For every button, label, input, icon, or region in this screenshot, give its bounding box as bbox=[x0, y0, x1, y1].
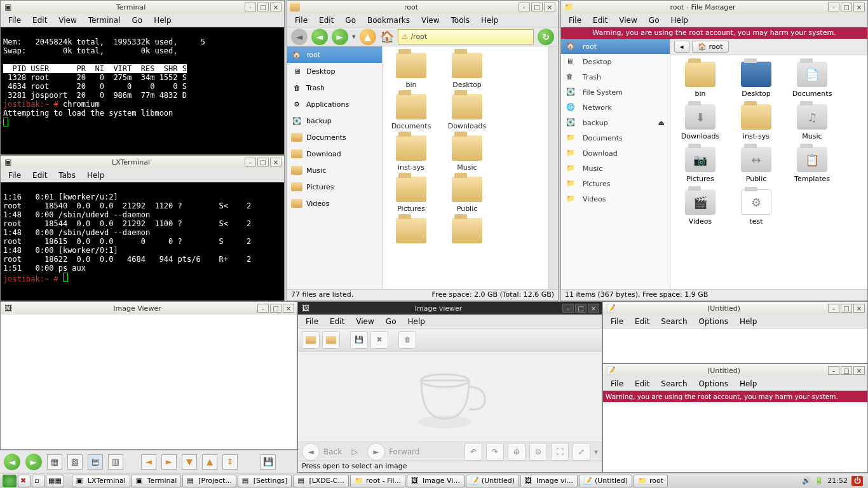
open-button[interactable] bbox=[302, 331, 320, 349]
delete-button[interactable]: 🗑 bbox=[398, 331, 416, 349]
menu-edit[interactable]: Edit bbox=[314, 15, 339, 26]
close-button[interactable]: × bbox=[853, 304, 865, 313]
arrow-right-icon[interactable]: ► bbox=[161, 454, 177, 470]
sidebar-item-applications[interactable]: ⚙Applications bbox=[287, 96, 382, 112]
folder-documents[interactable]: Documents bbox=[389, 94, 433, 130]
menu-help[interactable]: Help bbox=[665, 15, 693, 26]
sidebar-item-root[interactable]: 🏠root bbox=[561, 39, 670, 54]
sidebar-item-music[interactable]: 📁Music bbox=[561, 161, 670, 176]
menu-file[interactable]: File bbox=[301, 316, 323, 327]
menu-search[interactable]: Search bbox=[656, 378, 692, 390]
tool-button[interactable]: ▤ bbox=[88, 454, 103, 470]
item-documents[interactable]: 📄Documents bbox=[789, 62, 836, 98]
titlebar[interactable]: ▣ LXTerminal – □ × bbox=[1, 156, 284, 168]
minimize-button[interactable]: – bbox=[828, 366, 839, 375]
fullscreen-button[interactable]: ⤢ bbox=[573, 443, 590, 461]
editor-textarea[interactable] bbox=[603, 402, 867, 472]
zoom-out-button[interactable]: ⊖ bbox=[529, 443, 547, 461]
menu-help[interactable]: Help bbox=[402, 316, 430, 327]
minimize-button[interactable]: – bbox=[519, 3, 530, 11]
chevron-down-icon[interactable]: ▾ bbox=[352, 32, 356, 41]
close-button[interactable]: × bbox=[853, 3, 865, 11]
sidebar-item-documents[interactable]: 📁Documents bbox=[561, 130, 670, 146]
titlebar[interactable]: 🖼 Image viewer – □ × bbox=[298, 302, 602, 315]
minimize-button[interactable]: – bbox=[828, 304, 839, 313]
sidebar-item-trash[interactable]: 🗑Trash bbox=[561, 69, 670, 85]
menu-bookmarks[interactable]: Bookmarks bbox=[362, 15, 415, 26]
icon-view[interactable]: binDesktop📄Documents⬇Downloadsinst-sys♫M… bbox=[670, 55, 867, 289]
menu-file[interactable]: File bbox=[290, 15, 313, 26]
sidebar-item-file-system[interactable]: 💽File System bbox=[561, 85, 670, 100]
folder-bin[interactable]: bin bbox=[389, 53, 433, 89]
menu-options[interactable]: Options bbox=[694, 316, 733, 327]
menu-file[interactable]: File bbox=[606, 378, 628, 390]
close-button[interactable]: × bbox=[544, 3, 555, 11]
item-downloads[interactable]: ⬇Downloads bbox=[677, 104, 724, 140]
menu-go[interactable]: Go bbox=[340, 15, 361, 26]
taskbar-item[interactable]: 🖼Image vi... bbox=[520, 475, 578, 487]
menu-file[interactable]: File bbox=[3, 170, 26, 181]
up-button[interactable]: ▲ bbox=[360, 29, 376, 45]
nav-back-button[interactable]: ◄ bbox=[4, 454, 20, 470]
play-button[interactable]: ▷ bbox=[346, 443, 363, 461]
sidebar-item-backup[interactable]: 💽backup⏏ bbox=[561, 115, 670, 130]
menu-file[interactable]: File bbox=[564, 15, 587, 26]
back-button[interactable]: ◄ bbox=[291, 29, 308, 45]
menu-edit[interactable]: Edit bbox=[630, 316, 654, 327]
menu-go[interactable]: Go bbox=[644, 15, 665, 26]
taskbar-item[interactable]: ▣LXTerminal bbox=[72, 475, 130, 487]
icon-view[interactable]: binDesktopDocumentsDownloadsinst-sysMusi… bbox=[383, 46, 548, 289]
menu-edit[interactable]: Edit bbox=[27, 170, 52, 181]
sidebar-item-videos[interactable]: Videos bbox=[287, 195, 382, 212]
menu-go[interactable]: Go bbox=[381, 316, 402, 327]
minimize-button[interactable]: – bbox=[828, 3, 839, 11]
taskbar-item[interactable]: 📝(Untitled) bbox=[466, 475, 519, 487]
tray-icon[interactable]: 🔊 bbox=[802, 477, 811, 485]
show-desktop-button[interactable]: ▫ bbox=[32, 475, 44, 487]
folder-item[interactable] bbox=[389, 218, 433, 246]
titlebar[interactable]: 📝 (Untitled) – □ × bbox=[603, 364, 867, 377]
sidebar-item-documents[interactable]: Documents bbox=[287, 129, 382, 146]
item-inst-sys[interactable]: inst-sys bbox=[733, 104, 780, 140]
close-button[interactable]: × bbox=[853, 366, 865, 375]
forward2-button[interactable]: ► bbox=[332, 29, 348, 45]
taskbar-item[interactable]: 🖼Image Vi... bbox=[407, 475, 465, 487]
folder-music[interactable]: Music bbox=[445, 135, 489, 172]
menu-help[interactable]: Help bbox=[735, 378, 762, 390]
maximize-button[interactable]: □ bbox=[575, 304, 587, 313]
menu-edit[interactable]: Edit bbox=[27, 15, 52, 26]
sidebar-item-music[interactable]: Music bbox=[287, 162, 382, 179]
taskbar-item[interactable]: ▤[LXDE-C... bbox=[293, 475, 349, 487]
rotate-right-button[interactable]: ↷ bbox=[486, 443, 504, 461]
menu-options[interactable]: Options bbox=[694, 378, 733, 390]
close-file-button[interactable]: ✖ bbox=[370, 331, 388, 349]
arrow-left-icon[interactable]: ◄ bbox=[141, 454, 156, 470]
menu-edit[interactable]: Edit bbox=[630, 378, 654, 390]
menu-view[interactable]: View bbox=[351, 316, 379, 327]
titlebar[interactable]: 📝 (Untitled) – □ × bbox=[603, 302, 867, 315]
minimize-button[interactable]: – bbox=[562, 304, 574, 313]
maximize-button[interactable]: □ bbox=[531, 3, 543, 11]
titlebar[interactable]: 🖼 Image Viewer – □ × bbox=[1, 302, 297, 315]
maximize-button[interactable]: □ bbox=[257, 158, 269, 166]
menu-help[interactable]: Help bbox=[82, 170, 109, 181]
arrow-up-icon[interactable]: ▲ bbox=[202, 454, 217, 470]
taskbar-item[interactable]: ▤[Project... bbox=[182, 475, 236, 487]
sidebar-item-desktop[interactable]: 🖥Desktop bbox=[561, 54, 670, 69]
sidebar-item-root[interactable]: 🏠root bbox=[287, 46, 382, 63]
item-bin[interactable]: bin bbox=[677, 62, 724, 98]
close-button[interactable]: × bbox=[270, 3, 281, 11]
menu-view[interactable]: View bbox=[614, 15, 642, 26]
menu-help[interactable]: Help bbox=[735, 316, 762, 327]
taskbar-item[interactable]: 📁root bbox=[634, 475, 668, 487]
sidebar-item-pictures[interactable]: 📁Pictures bbox=[561, 176, 670, 191]
fit-button[interactable]: ⛶ bbox=[551, 443, 569, 461]
item-videos[interactable]: 🎬Videos bbox=[677, 189, 724, 226]
taskbar-item[interactable]: 📁root - Fil... bbox=[350, 475, 405, 487]
sidebar-item-network[interactable]: 🌐Network bbox=[561, 100, 670, 115]
sidebar-item-desktop[interactable]: 🖥Desktop bbox=[287, 63, 382, 79]
close-button[interactable]: × bbox=[270, 158, 281, 166]
menu-file[interactable]: File bbox=[3, 15, 26, 26]
power-button[interactable]: ⏻ bbox=[851, 476, 863, 486]
taskbar-item[interactable]: ▣Terminal bbox=[132, 475, 182, 487]
